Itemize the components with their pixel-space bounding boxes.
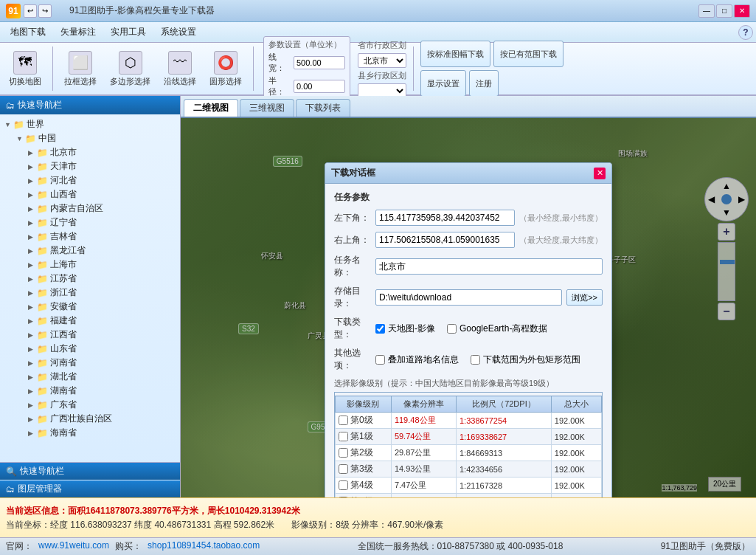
switch-map-button[interactable]: 🗺 切换地图 <box>4 49 46 89</box>
city-folder-icon: 📁 <box>37 246 48 256</box>
top-right-input[interactable] <box>375 232 515 248</box>
tree-item-湖南省[interactable]: ▶ 📁 湖南省 <box>27 384 177 398</box>
maximize-button[interactable]: □ <box>716 4 732 18</box>
city-folder-icon: 📁 <box>37 358 48 368</box>
tab-download-list[interactable]: 下载列表 <box>296 99 350 117</box>
menu-map-download[interactable]: 地图下载 <box>3 24 53 41</box>
tab-2d-view[interactable]: 二维视图 <box>184 99 238 117</box>
dialog-close-button[interactable]: ✕ <box>594 168 606 179</box>
map-canvas[interactable]: G5516 S32 S36 G9511 张北县 涿鹿 张家口市 怀安县 蔚化县 … <box>181 118 756 497</box>
level-checkbox-4[interactable] <box>339 480 348 490</box>
city-folder-icon: 📁 <box>37 162 48 172</box>
overlay-roads-checkbox[interactable] <box>375 355 385 365</box>
download-rect-option[interactable]: 下载范围为外包矩形范围 <box>471 354 580 366</box>
line-select-button[interactable]: 〰 沿线选择 <box>159 49 201 89</box>
tree-item-河南省[interactable]: ▶ 📁 河南省 <box>27 356 177 370</box>
level-checkbox-2[interactable] <box>339 448 348 458</box>
level-table-container[interactable]: 影像级别 像素分辨率 比例尺（72DPI） 总大小 第0级 <box>334 392 603 497</box>
city-label: 湖北省 <box>50 370 77 383</box>
display-settings-button[interactable]: 显示设置 <box>420 70 466 97</box>
purchase-label: 购买： <box>115 540 142 553</box>
tianditu-option[interactable]: 天地图-影像 <box>375 323 435 335</box>
rect-select-button[interactable]: ⬜ 拉框选择 <box>60 49 101 89</box>
circle-select-button[interactable]: ⭕ 圆形选择 <box>205 49 246 89</box>
tree-item-山东省[interactable]: ▶ 📁 山东省 <box>27 342 177 356</box>
register-button[interactable]: 注册 <box>469 70 499 97</box>
tree-arrow: ▶ <box>28 401 37 409</box>
sidebar-nav-title: 快速导航栏 <box>18 99 62 111</box>
county-title: 县乡行政区划 <box>358 70 406 81</box>
level-row-1: 第1级 59.74公里 1:169338627 192.00K <box>336 429 602 445</box>
tree-arrow: ▶ <box>28 359 37 367</box>
layer-panel-header[interactable]: 🗂 图层管理器 <box>0 480 180 497</box>
website-link[interactable]: www.91weitu.com <box>38 540 109 553</box>
tree-item-广东省[interactable]: ▶ 📁 广东省 <box>27 398 177 412</box>
tree-item-湖北省[interactable]: ▶ 📁 湖北省 <box>27 370 177 384</box>
menu-system-settings[interactable]: 系统设置 <box>153 24 204 41</box>
browse-button[interactable]: 浏览>> <box>566 289 603 306</box>
level-checkbox-5[interactable] <box>339 497 348 497</box>
purchase-link[interactable]: shop110891454.taobao.com <box>148 540 260 553</box>
level-table: 影像级别 像素分辨率 比例尺（72DPI） 总大小 第0级 <box>335 396 602 497</box>
undo-icon[interactable]: ↩ <box>24 4 37 18</box>
help-icon[interactable]: ? <box>738 25 753 40</box>
tree-item-河北省[interactable]: ▶ 📁 河北省 <box>27 173 177 187</box>
range-download-button[interactable]: 按已有范围下载 <box>493 41 563 67</box>
overlay-roads-option[interactable]: 叠加道路地名信息 <box>375 354 459 366</box>
sidebar-nav-icon: 🗂 <box>6 100 15 111</box>
tianditu-checkbox[interactable] <box>375 324 385 334</box>
level-checkbox-3[interactable] <box>339 464 348 474</box>
google-checkbox[interactable] <box>447 324 457 334</box>
minimize-button[interactable]: — <box>698 4 715 18</box>
tree-item-上海市[interactable]: ▶ 📁 上海市 <box>27 258 177 272</box>
level-cell-resolution: 14.93公里 <box>391 461 456 478</box>
save-dir-input[interactable] <box>375 289 562 306</box>
std-download-button[interactable]: 按标准图幅下载 <box>420 41 490 67</box>
hotline: 全国统一服务热线：010-88757380 或 400-0935-018 <box>358 540 563 553</box>
level-cell-scale: 1:42334656 <box>456 461 551 478</box>
redo-icon[interactable]: ↪ <box>38 4 52 18</box>
tree-arrow: ▶ <box>28 219 37 227</box>
tree-arrow-china: ▼ <box>16 135 25 142</box>
tree-item-china[interactable]: ▼ 📁 中国 <box>15 131 177 145</box>
app-title: 91卫图助手-影像高程矢量专业下载器 <box>69 4 215 17</box>
tree-item-北京市[interactable]: ▶ 📁 北京市 <box>27 145 177 159</box>
task-name-input[interactable] <box>375 258 603 275</box>
line-width-input[interactable] <box>294 56 345 69</box>
tree-item-黑龙江省[interactable]: ▶ 📁 黑龙江省 <box>27 244 177 258</box>
close-button[interactable]: ✕ <box>734 4 750 18</box>
google-option[interactable]: GoogleEarth-高程数据 <box>447 323 547 335</box>
menu-utility-tools[interactable]: 实用工具 <box>103 24 153 41</box>
tree-item-江苏省[interactable]: ▶ 📁 江苏省 <box>27 272 177 286</box>
tree-item-福建省[interactable]: ▶ 📁 福建省 <box>27 314 177 328</box>
tree-item-辽宁省[interactable]: ▶ 📁 辽宁省 <box>27 216 177 230</box>
province-select[interactable]: 北京市 <box>358 53 406 68</box>
bottom-left-input[interactable] <box>375 210 515 226</box>
level-cell-size: 192.00K <box>551 445 601 461</box>
tree-item-吉林省[interactable]: ▶ 📁 吉林省 <box>27 230 177 244</box>
menu-vector-annotation[interactable]: 矢量标注 <box>53 24 103 41</box>
tree-item-安徽省[interactable]: ▶ 📁 安徽省 <box>27 300 177 314</box>
city-label: 海南省 <box>50 427 77 439</box>
download-rect-checkbox[interactable] <box>471 355 480 365</box>
city-label: 山东省 <box>50 342 77 355</box>
tree-item-天津市[interactable]: ▶ 📁 天津市 <box>27 159 177 173</box>
other-options: 叠加道路地名信息 下载范围为外包矩形范围 <box>375 354 580 366</box>
poly-select-icon: ⬡ <box>119 51 142 75</box>
level-checkbox-0[interactable] <box>339 416 348 425</box>
tree-arrow: ▶ <box>28 191 37 199</box>
tree-item-山西省[interactable]: ▶ 📁 山西省 <box>27 187 177 201</box>
poly-select-button[interactable]: ⬡ 多边形选择 <box>105 49 155 89</box>
radius-input[interactable] <box>294 80 345 93</box>
nav-panel-header[interactable]: 🔍 快速导航栏 <box>0 463 180 480</box>
tree-item-海南省[interactable]: ▶ 📁 海南省 <box>27 426 177 440</box>
tree-item-广西壮族自治区[interactable]: ▶ 📁 广西壮族自治区 <box>27 412 177 426</box>
sidebar-content: ▼ 📁 世界 ▼ 📁 中国 ▶ 📁 北京市 ▶ 📁 天津市 ▶ 📁 河北省 ▶ <box>0 114 180 462</box>
tab-3d-view[interactable]: 三维视图 <box>240 99 294 117</box>
tree-item-内蒙古自治区[interactable]: ▶ 📁 内蒙古自治区 <box>27 201 177 216</box>
tree-item-world[interactable]: ▼ 📁 世界 <box>3 117 177 131</box>
tree-item-浙江省[interactable]: ▶ 📁 浙江省 <box>27 286 177 300</box>
level-checkbox-1[interactable] <box>339 432 348 441</box>
tree-item-江西省[interactable]: ▶ 📁 江西省 <box>27 328 177 342</box>
titlebar-left: 91 ↩ ↪ 91卫图助手-影像高程矢量专业下载器 <box>6 4 215 18</box>
